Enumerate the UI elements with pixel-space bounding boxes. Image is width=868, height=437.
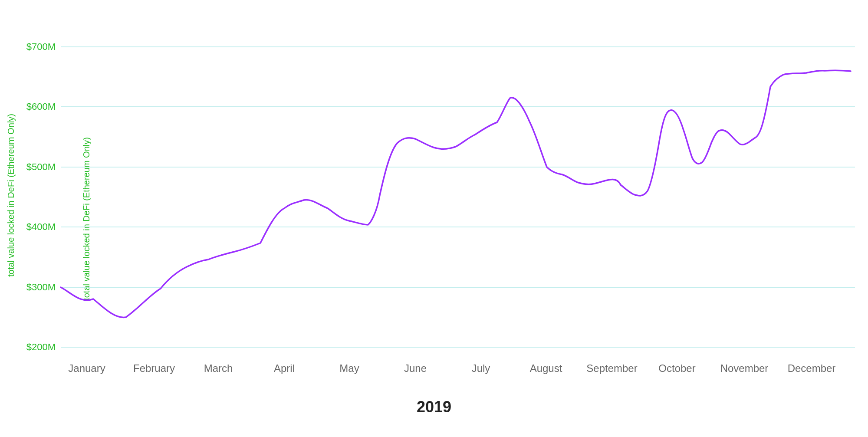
y-tick-500: $500M bbox=[26, 161, 56, 172]
x-tick-apr: April bbox=[274, 362, 295, 374]
y-tick-700: $700M bbox=[26, 41, 56, 52]
x-tick-jul: July bbox=[472, 362, 490, 374]
x-tick-aug: August bbox=[530, 362, 562, 374]
x-tick-sep: September bbox=[586, 362, 637, 374]
y-axis-label-svg: total value locked in DeFi (Ethereum Onl… bbox=[6, 114, 16, 277]
x-tick-nov: November bbox=[720, 362, 769, 374]
y-tick-200: $200M bbox=[26, 342, 56, 352]
year-label: 2019 bbox=[417, 398, 451, 416]
x-tick-jun: June bbox=[404, 362, 427, 374]
chart-container: total value locked in DeFi (Ethereum Onl… bbox=[0, 0, 868, 437]
x-tick-jan: January bbox=[68, 362, 105, 374]
y-tick-400: $400M bbox=[26, 221, 56, 232]
x-tick-may: May bbox=[339, 362, 359, 374]
y-tick-300: $300M bbox=[26, 282, 56, 292]
x-tick-feb: February bbox=[133, 362, 175, 374]
y-tick-600: $600M bbox=[26, 101, 56, 112]
x-tick-dec: December bbox=[788, 362, 836, 374]
data-line bbox=[61, 70, 851, 317]
x-tick-mar: March bbox=[204, 362, 233, 374]
x-tick-oct: October bbox=[658, 362, 695, 374]
chart-svg: $700M $600M $500M $400M $300M $200M Janu… bbox=[0, 0, 868, 437]
